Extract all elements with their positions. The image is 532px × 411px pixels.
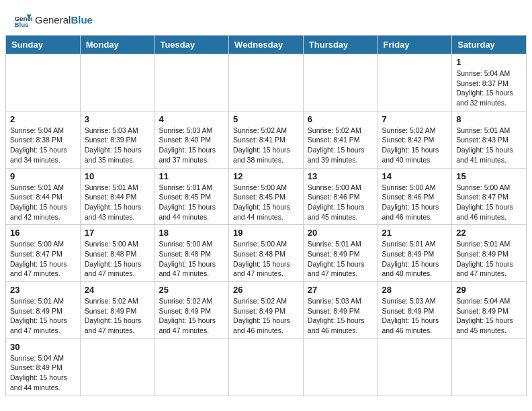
- day-info: Sunrise: 5:04 AMSunset: 8:38 PMDaylight:…: [10, 126, 76, 165]
- calendar-day-cell: [229, 338, 304, 396]
- day-number: 7: [382, 114, 448, 124]
- calendar-week-row: 1Sunrise: 5:04 AMSunset: 8:37 PMDaylight…: [6, 54, 527, 111]
- day-number: 25: [159, 285, 224, 295]
- calendar-day-cell: [378, 54, 452, 111]
- day-info: Sunrise: 5:00 AMSunset: 8:48 PMDaylight:…: [159, 239, 224, 279]
- day-number: 5: [233, 114, 299, 124]
- calendar-day-cell: 7Sunrise: 5:02 AMSunset: 8:42 PMDaylight…: [378, 111, 452, 168]
- calendar-week-row: 16Sunrise: 5:00 AMSunset: 8:47 PMDayligh…: [6, 225, 527, 282]
- day-info: Sunrise: 5:01 AMSunset: 8:49 PMDaylight:…: [382, 239, 448, 279]
- day-info: Sunrise: 5:03 AMSunset: 8:39 PMDaylight:…: [85, 126, 150, 165]
- header: General Blue GeneralBlue: [0, 0, 532, 35]
- day-number: 29: [456, 285, 522, 295]
- calendar-wrapper: SundayMondayTuesdayWednesdayThursdayFrid…: [0, 35, 532, 402]
- day-number: 28: [382, 285, 448, 295]
- calendar-day-cell: 17Sunrise: 5:00 AMSunset: 8:48 PMDayligh…: [80, 225, 154, 282]
- day-info: Sunrise: 5:02 AMSunset: 8:49 PMDaylight:…: [159, 296, 224, 336]
- calendar-day-cell: 5Sunrise: 5:02 AMSunset: 8:41 PMDaylight…: [229, 111, 304, 168]
- calendar-day-cell: [154, 54, 229, 111]
- day-number: 18: [159, 228, 224, 238]
- day-info: Sunrise: 5:03 AMSunset: 8:49 PMDaylight:…: [382, 296, 448, 336]
- calendar-day-cell: 22Sunrise: 5:01 AMSunset: 8:49 PMDayligh…: [452, 225, 527, 282]
- day-number: 22: [456, 228, 522, 238]
- day-number: 23: [10, 285, 76, 295]
- calendar-day-cell: 2Sunrise: 5:04 AMSunset: 8:38 PMDaylight…: [6, 111, 81, 168]
- calendar-day-cell: [80, 54, 154, 111]
- calendar-day-cell: [378, 338, 452, 396]
- day-number: 2: [10, 114, 76, 124]
- day-number: 6: [308, 114, 373, 124]
- day-number: 15: [456, 171, 522, 181]
- day-number: 12: [233, 171, 299, 181]
- calendar-day-cell: [303, 338, 378, 396]
- day-of-week-header: Sunday: [6, 36, 81, 54]
- day-info: Sunrise: 5:02 AMSunset: 8:42 PMDaylight:…: [382, 126, 448, 165]
- day-of-week-header: Tuesday: [154, 36, 229, 54]
- day-info: Sunrise: 5:00 AMSunset: 8:47 PMDaylight:…: [10, 239, 76, 279]
- day-number: 20: [308, 228, 373, 238]
- calendar-day-cell: 23Sunrise: 5:01 AMSunset: 8:49 PMDayligh…: [6, 282, 81, 339]
- day-info: Sunrise: 5:01 AMSunset: 8:49 PMDaylight:…: [308, 239, 373, 279]
- calendar-day-cell: 8Sunrise: 5:01 AMSunset: 8:43 PMDaylight…: [452, 111, 527, 168]
- day-info: Sunrise: 5:00 AMSunset: 8:46 PMDaylight:…: [308, 183, 373, 222]
- day-number: 3: [85, 114, 150, 124]
- calendar-day-cell: 21Sunrise: 5:01 AMSunset: 8:49 PMDayligh…: [378, 225, 452, 282]
- day-info: Sunrise: 5:00 AMSunset: 8:48 PMDaylight:…: [85, 239, 150, 279]
- calendar-day-cell: 26Sunrise: 5:02 AMSunset: 8:49 PMDayligh…: [229, 282, 304, 339]
- day-info: Sunrise: 5:02 AMSunset: 8:49 PMDaylight:…: [85, 296, 150, 336]
- day-number: 24: [85, 285, 150, 295]
- generalblue-logo-icon: General Blue: [13, 11, 32, 30]
- day-number: 26: [233, 285, 299, 295]
- calendar-day-cell: 16Sunrise: 5:00 AMSunset: 8:47 PMDayligh…: [6, 225, 81, 282]
- day-of-week-header: Saturday: [452, 36, 527, 54]
- calendar-day-cell: 9Sunrise: 5:01 AMSunset: 8:44 PMDaylight…: [6, 168, 81, 225]
- day-info: Sunrise: 5:02 AMSunset: 8:49 PMDaylight:…: [233, 296, 299, 336]
- day-number: 4: [159, 114, 224, 124]
- calendar-table: SundayMondayTuesdayWednesdayThursdayFrid…: [5, 35, 527, 396]
- day-number: 16: [10, 228, 76, 238]
- calendar-day-cell: [452, 338, 527, 396]
- calendar-day-cell: [154, 338, 229, 396]
- day-info: Sunrise: 5:00 AMSunset: 8:47 PMDaylight:…: [456, 183, 522, 222]
- day-number: 17: [85, 228, 150, 238]
- day-number: 1: [456, 57, 522, 67]
- calendar-day-cell: 24Sunrise: 5:02 AMSunset: 8:49 PMDayligh…: [80, 282, 154, 339]
- calendar-day-cell: 10Sunrise: 5:01 AMSunset: 8:44 PMDayligh…: [80, 168, 154, 225]
- svg-text:Blue: Blue: [14, 21, 29, 28]
- calendar-day-cell: [303, 54, 378, 111]
- calendar-day-cell: 11Sunrise: 5:01 AMSunset: 8:45 PMDayligh…: [154, 168, 229, 225]
- calendar-day-cell: 1Sunrise: 5:04 AMSunset: 8:37 PMDaylight…: [452, 54, 527, 111]
- day-number: 19: [233, 228, 299, 238]
- calendar-day-cell: 13Sunrise: 5:00 AMSunset: 8:46 PMDayligh…: [303, 168, 378, 225]
- day-info: Sunrise: 5:00 AMSunset: 8:48 PMDaylight:…: [233, 239, 299, 279]
- day-info: Sunrise: 5:01 AMSunset: 8:49 PMDaylight:…: [10, 296, 76, 336]
- calendar-day-cell: 29Sunrise: 5:04 AMSunset: 8:49 PMDayligh…: [452, 282, 527, 339]
- day-info: Sunrise: 5:01 AMSunset: 8:45 PMDaylight:…: [159, 183, 224, 222]
- calendar-day-cell: 20Sunrise: 5:01 AMSunset: 8:49 PMDayligh…: [303, 225, 378, 282]
- day-number: 13: [308, 171, 373, 181]
- calendar-body: 1Sunrise: 5:04 AMSunset: 8:37 PMDaylight…: [6, 54, 527, 396]
- calendar-day-cell: [80, 338, 154, 396]
- day-info: Sunrise: 5:04 AMSunset: 8:49 PMDaylight:…: [10, 353, 76, 393]
- day-of-week-header: Monday: [80, 36, 154, 54]
- calendar-week-row: 30Sunrise: 5:04 AMSunset: 8:49 PMDayligh…: [6, 338, 527, 396]
- calendar-day-cell: 6Sunrise: 5:02 AMSunset: 8:41 PMDaylight…: [303, 111, 378, 168]
- day-info: Sunrise: 5:02 AMSunset: 8:41 PMDaylight:…: [308, 126, 373, 165]
- day-number: 9: [10, 171, 76, 181]
- calendar-week-row: 2Sunrise: 5:04 AMSunset: 8:38 PMDaylight…: [6, 111, 527, 168]
- day-number: 30: [10, 342, 76, 352]
- day-info: Sunrise: 5:01 AMSunset: 8:44 PMDaylight:…: [85, 183, 150, 222]
- day-of-week-header: Wednesday: [229, 36, 304, 54]
- calendar-week-row: 9Sunrise: 5:01 AMSunset: 8:44 PMDaylight…: [6, 168, 527, 225]
- calendar-day-cell: 18Sunrise: 5:00 AMSunset: 8:48 PMDayligh…: [154, 225, 229, 282]
- calendar-day-cell: 14Sunrise: 5:00 AMSunset: 8:46 PMDayligh…: [378, 168, 452, 225]
- day-number: 14: [382, 171, 448, 181]
- day-info: Sunrise: 5:01 AMSunset: 8:43 PMDaylight:…: [456, 126, 522, 165]
- day-info: Sunrise: 5:04 AMSunset: 8:49 PMDaylight:…: [456, 296, 522, 336]
- calendar-header-row: SundayMondayTuesdayWednesdayThursdayFrid…: [6, 36, 527, 54]
- day-info: Sunrise: 5:01 AMSunset: 8:49 PMDaylight:…: [456, 239, 522, 279]
- day-of-week-header: Thursday: [303, 36, 378, 54]
- logo: General Blue GeneralBlue: [13, 11, 93, 30]
- calendar-day-cell: 15Sunrise: 5:00 AMSunset: 8:47 PMDayligh…: [452, 168, 527, 225]
- day-info: Sunrise: 5:03 AMSunset: 8:40 PMDaylight:…: [159, 126, 224, 165]
